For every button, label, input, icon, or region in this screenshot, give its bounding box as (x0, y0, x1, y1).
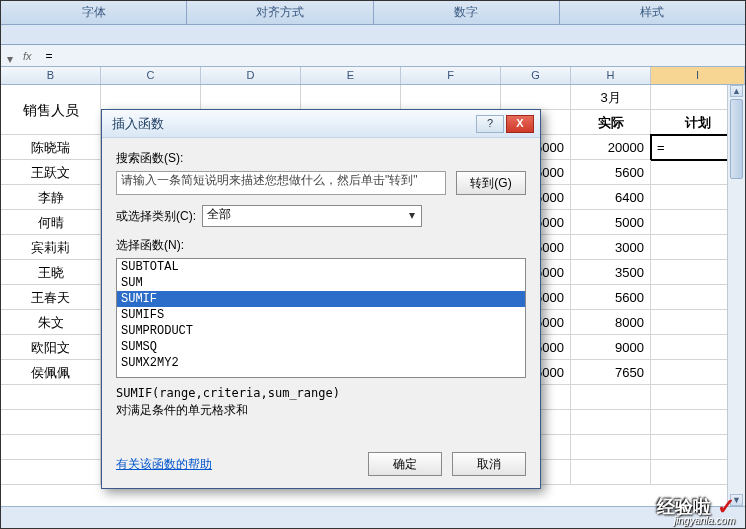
col-header-c[interactable]: C (101, 67, 201, 84)
cell[interactable] (1, 385, 101, 410)
column-headers: B C D E F G H I (1, 67, 745, 85)
name-cell[interactable]: 李静 (1, 185, 101, 210)
ok-button[interactable]: 确定 (368, 452, 442, 476)
col-header-e[interactable]: E (301, 67, 401, 84)
insert-function-dialog: 插入函数 ? X 搜索函数(S): 请输入一条简短说明来描述您想做什么，然后单击… (101, 109, 541, 489)
ribbon-tab-style[interactable]: 样式 (560, 1, 745, 24)
col-header-i[interactable]: I (651, 67, 745, 84)
scroll-up-arrow[interactable]: ▲ (730, 85, 743, 97)
ribbon-tab-number[interactable]: 数字 (374, 1, 560, 24)
name-cell[interactable]: 欧阳文 (1, 335, 101, 360)
name-cell[interactable]: 陈晓瑞 (1, 135, 101, 160)
scroll-thumb[interactable] (730, 99, 743, 179)
col-header-d[interactable]: D (201, 67, 301, 84)
cell[interactable] (401, 85, 501, 110)
watermark-url: jingyanla.com (674, 515, 735, 526)
value-cell-h[interactable]: 5000 (571, 210, 651, 235)
cell[interactable] (201, 85, 301, 110)
function-signature: SUMIF(range,criteria,sum_range) (116, 386, 526, 400)
month-header[interactable]: 3月 (571, 85, 651, 110)
cell[interactable] (101, 85, 201, 110)
col-header-b[interactable]: B (1, 67, 101, 84)
cell[interactable] (501, 85, 571, 110)
cell[interactable] (571, 435, 651, 460)
function-item[interactable]: SUMPRODUCT (117, 323, 525, 339)
dialog-title: 插入函数 (112, 115, 476, 133)
function-list-label: 选择函数(N): (116, 237, 526, 254)
function-description-text: 对满足条件的单元格求和 (116, 402, 526, 419)
col-header-g[interactable]: G (501, 67, 571, 84)
function-item[interactable]: SUMSQ (117, 339, 525, 355)
function-item[interactable]: SUMIF (117, 291, 525, 307)
name-cell[interactable]: 何晴 (1, 210, 101, 235)
ribbon-spacer (1, 25, 745, 45)
function-item[interactable]: SUMIFS (117, 307, 525, 323)
function-item[interactable]: SUBTOTAL (117, 259, 525, 275)
function-item[interactable]: SUM (117, 275, 525, 291)
cell[interactable] (571, 410, 651, 435)
cell[interactable] (1, 410, 101, 435)
actual-header[interactable]: 实际 (571, 110, 651, 135)
name-cell[interactable]: 王晓 (1, 260, 101, 285)
name-cell[interactable]: 侯佩佩 (1, 360, 101, 385)
cell[interactable] (571, 385, 651, 410)
search-label: 搜索函数(S): (116, 150, 526, 167)
function-item[interactable]: SUMX2MY2 (117, 355, 525, 371)
col-header-f[interactable]: F (401, 67, 501, 84)
value-cell-h[interactable]: 6400 (571, 185, 651, 210)
value-cell-h[interactable]: 8000 (571, 310, 651, 335)
fx-label[interactable]: fx (19, 50, 36, 62)
name-cell[interactable]: 王春天 (1, 285, 101, 310)
name-cell[interactable]: 朱文 (1, 310, 101, 335)
cell[interactable] (571, 460, 651, 485)
value-cell-h[interactable]: 5600 (571, 160, 651, 185)
help-link[interactable]: 有关该函数的帮助 (116, 456, 212, 473)
value-cell-h[interactable]: 20000 (571, 135, 651, 160)
status-bar (1, 506, 745, 528)
cell[interactable] (301, 85, 401, 110)
name-box-dropdown[interactable]: ▾ (7, 52, 15, 60)
value-cell-h[interactable]: 3000 (571, 235, 651, 260)
name-cell[interactable]: 宾莉莉 (1, 235, 101, 260)
cell[interactable] (1, 435, 101, 460)
category-select[interactable]: 全部 (202, 205, 422, 227)
col-header-h[interactable]: H (571, 67, 651, 84)
cancel-button[interactable]: 取消 (452, 452, 526, 476)
ribbon-tab-font[interactable]: 字体 (1, 1, 187, 24)
close-button[interactable]: X (506, 115, 534, 133)
value-cell-h[interactable]: 9000 (571, 335, 651, 360)
ribbon: 字体 对齐方式 数字 样式 (1, 1, 745, 25)
function-description: SUMIF(range,criteria,sum_range) 对满足条件的单元… (116, 386, 526, 434)
name-cell[interactable]: 王跃文 (1, 160, 101, 185)
category-label: 或选择类别(C): (116, 208, 196, 225)
formula-value[interactable]: = (46, 49, 53, 63)
ribbon-tab-align[interactable]: 对齐方式 (187, 1, 373, 24)
sales-person-header[interactable]: 销售人员 (1, 85, 101, 135)
vertical-scrollbar[interactable]: ▲ ▼ (727, 85, 745, 506)
formula-bar: ▾ fx = (1, 45, 745, 67)
search-input[interactable]: 请输入一条简短说明来描述您想做什么，然后单击"转到" (116, 171, 446, 195)
help-button[interactable]: ? (476, 115, 504, 133)
value-cell-h[interactable]: 5600 (571, 285, 651, 310)
go-button[interactable]: 转到(G) (456, 171, 526, 195)
function-list[interactable]: SUBTOTALSUMSUMIFSUMIFSSUMPRODUCTSUMSQSUM… (116, 258, 526, 378)
value-cell-h[interactable]: 3500 (571, 260, 651, 285)
dialog-titlebar[interactable]: 插入函数 ? X (102, 110, 540, 138)
dialog-body: 搜索函数(S): 请输入一条简短说明来描述您想做什么，然后单击"转到" 转到(G… (102, 138, 540, 488)
cell[interactable] (1, 460, 101, 485)
value-cell-h[interactable]: 7650 (571, 360, 651, 385)
